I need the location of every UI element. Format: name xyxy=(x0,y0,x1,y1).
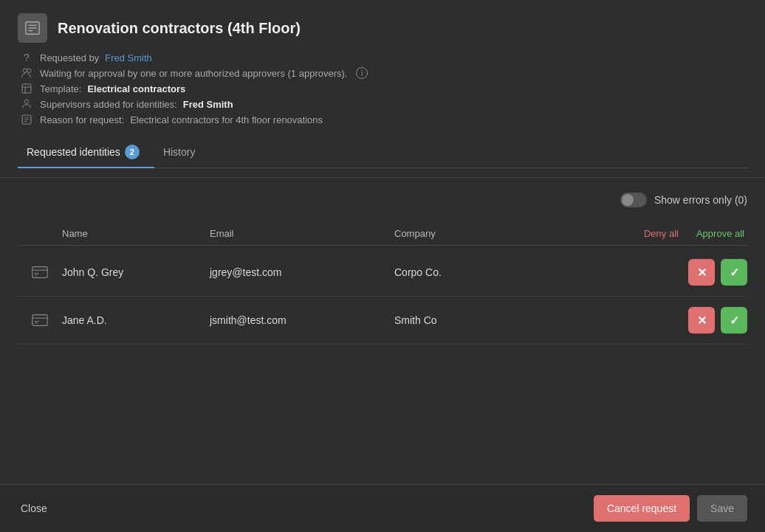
dialog-footer: Close Cancel request Save xyxy=(0,484,765,532)
row-identity-icon xyxy=(18,314,62,327)
table-header: Name Email Company Deny all Approve all xyxy=(18,222,747,246)
dialog-body: Show errors only (0) Name Email Company … xyxy=(0,178,765,484)
template-row: Template: Electrical contractors xyxy=(18,83,747,94)
tab-badge-count: 2 xyxy=(125,145,140,159)
title-row: Renovation contractors (4th Floor) xyxy=(18,13,747,43)
supervisors-label: Supervisors added for identities: xyxy=(40,99,177,110)
show-errors-label: Show errors only (0) xyxy=(654,194,747,206)
waiting-row: Waiting for approval by one or more auth… xyxy=(18,67,747,79)
save-button[interactable]: Save xyxy=(697,495,747,522)
svg-point-5 xyxy=(27,69,31,72)
supervisors-value: Fred Smith xyxy=(183,99,233,110)
svg-rect-6 xyxy=(22,84,31,93)
requester-name[interactable]: Fred Smith xyxy=(105,52,152,63)
page-title: Renovation contractors (4th Floor) xyxy=(58,20,301,37)
info-icon[interactable]: i xyxy=(356,67,368,79)
approve-button[interactable]: ✓ xyxy=(721,307,747,334)
supervisors-row: Supervisors added for identities: Fred S… xyxy=(18,98,747,110)
col-actions-header: Deny all Approve all xyxy=(542,228,747,239)
requested-by-label: Requested by xyxy=(40,52,99,63)
deny-button[interactable]: ✕ xyxy=(688,259,715,286)
dialog-header: Renovation contractors (4th Floor) ? Req… xyxy=(0,0,765,178)
close-button[interactable]: Close xyxy=(18,497,50,520)
svg-point-4 xyxy=(23,69,27,72)
approvers-icon xyxy=(19,67,34,79)
deny-button[interactable]: ✕ xyxy=(688,307,715,334)
row-actions: ✕ ✓ xyxy=(542,259,747,286)
reason-value: Electrical contractors for 4th floor ren… xyxy=(130,114,323,125)
svg-rect-18 xyxy=(32,315,48,326)
requested-by-row: ? Requested by Fred Smith xyxy=(18,52,747,63)
toolbar-row: Show errors only (0) xyxy=(18,193,747,207)
row-email: jgrey@test.com xyxy=(210,266,394,278)
col-name-header: Name xyxy=(62,228,210,239)
table-row: Jane A.D. jsmith@test.com Smith Co ✕ ✓ xyxy=(18,297,747,345)
col-company-header: Company xyxy=(394,228,542,239)
template-icon xyxy=(19,83,34,94)
identities-table: Name Email Company Deny all Approve all xyxy=(18,222,747,345)
row-identity-icon xyxy=(18,266,62,279)
row-company: Corpo Co. xyxy=(394,266,542,278)
cancel-request-button[interactable]: Cancel request xyxy=(594,495,690,522)
tab-requested-identities-label: Requested identities xyxy=(27,146,120,158)
template-value: Electrical contractors xyxy=(87,83,185,94)
question-icon: ? xyxy=(19,52,34,63)
row-name: Jane A.D. xyxy=(62,314,210,326)
svg-rect-14 xyxy=(32,267,48,278)
show-errors-toggle[interactable] xyxy=(620,193,647,207)
approve-all-label[interactable]: Approve all xyxy=(696,228,744,239)
row-company: Smith Co xyxy=(394,314,542,326)
approve-button[interactable]: ✓ xyxy=(721,259,747,286)
dialog: Renovation contractors (4th Floor) ? Req… xyxy=(0,0,765,532)
row-actions: ✕ ✓ xyxy=(542,307,747,334)
tab-history-label: History xyxy=(163,146,196,158)
reason-icon xyxy=(19,114,34,125)
reason-row: Reason for request: Electrical contracto… xyxy=(18,114,747,125)
col-email-header: Email xyxy=(210,228,394,239)
reason-label: Reason for request: xyxy=(40,114,124,125)
row-name: John Q. Grey xyxy=(62,266,210,278)
template-label: Template: xyxy=(40,83,81,94)
row-email: jsmith@test.com xyxy=(210,314,394,326)
title-icon xyxy=(18,13,47,43)
tab-history[interactable]: History xyxy=(154,137,210,168)
col-icon-header xyxy=(18,228,62,239)
tab-requested-identities[interactable]: Requested identities 2 xyxy=(18,137,154,168)
supervisor-icon xyxy=(19,98,34,110)
footer-actions: Cancel request Save xyxy=(594,495,747,522)
table-row: John Q. Grey jgrey@test.com Corpo Co. ✕ … xyxy=(18,249,747,297)
waiting-message: Waiting for approval by one or more auth… xyxy=(40,68,347,79)
deny-all-label[interactable]: Deny all xyxy=(644,228,679,239)
tabs-row: Requested identities 2 History xyxy=(18,137,747,168)
svg-point-9 xyxy=(24,100,28,103)
show-errors-toggle-label: Show errors only (0) xyxy=(620,193,747,207)
